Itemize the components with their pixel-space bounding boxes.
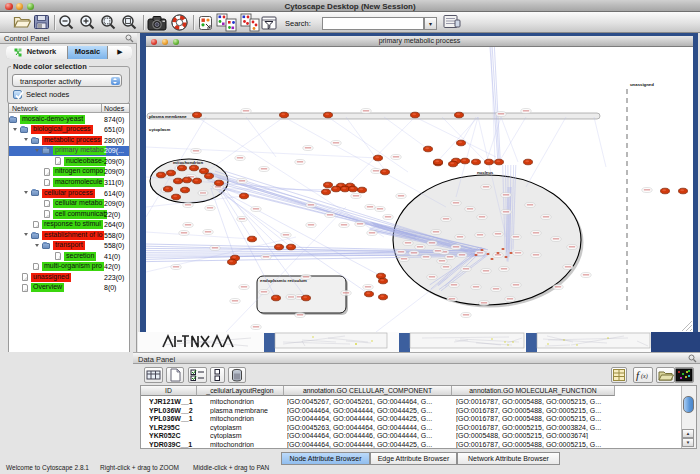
svg-text:unassigned: unassigned (630, 82, 654, 87)
svg-text:endoplasmic reticulum: endoplasmic reticulum (260, 278, 307, 283)
svg-text:(x): (x) (641, 373, 648, 380)
svg-text:plasma membrane: plasma membrane (149, 114, 187, 119)
svg-text:cytoplasm: cytoplasm (149, 127, 170, 132)
